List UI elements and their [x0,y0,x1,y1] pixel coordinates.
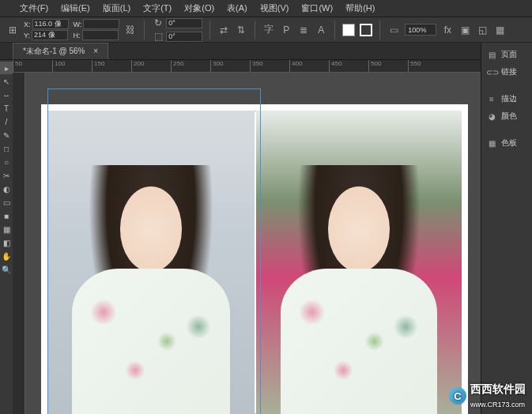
w-label: W: [74,21,82,28]
document-page[interactable] [41,104,468,414]
shear-input[interactable] [166,32,202,42]
corner-icon[interactable]: ◱ [476,24,489,36]
stroke-swatch-icon[interactable] [360,24,372,36]
fill-tool[interactable]: ■ [0,209,13,222]
watermark: C 西西软件园 www.CR173.com [449,382,526,409]
scissors-tool[interactable]: ✂ [0,169,13,182]
color-icon: ◕ [486,112,497,121]
flip-v-icon[interactable]: ⇅ [235,24,247,36]
direct-selection-tool[interactable]: ↖ [0,75,13,88]
gradient-tool[interactable]: ◐ [0,183,13,195]
selection-frame[interactable] [47,88,261,414]
links-icon: ⊂⊃ [486,68,497,77]
panel-swatches[interactable]: ▦色板 [481,134,532,152]
ruler-tick: 500 [368,60,408,72]
hand-tool[interactable]: ✋ [0,250,13,262]
options-bar: ⊞ X: Y: W: H: ⛓ ↻ ⬚ ⇄ ⇅ 字 P ≣ A ▭ 100% f… [0,17,532,43]
fx-icon[interactable]: fx [441,24,454,36]
ruler-tick: 100 [52,60,92,72]
menu-view[interactable]: 视图(V) [256,2,293,14]
y-input[interactable] [32,30,68,40]
selection-tool[interactable]: ▸ [0,62,13,74]
watermark-brand: 西西软件园 [470,382,526,397]
document-tab-bar: *未命名-1 @ 56% × [0,43,532,60]
char-panel-icon[interactable]: 字 [262,24,275,36]
fill-swatch-icon[interactable] [342,24,355,36]
w-input[interactable] [83,19,119,29]
a-icon[interactable]: A [315,24,327,36]
menu-object[interactable]: 对象(O) [180,2,218,14]
pages-icon: ▤ [486,51,497,59]
watermark-logo-icon: C [449,387,466,405]
ruler-tick: 450 [329,60,368,72]
ruler-tick: 300 [210,60,250,72]
rotate-icon: ↻ [152,17,164,29]
text-align-icon[interactable]: ≣ [297,24,310,36]
swatch-tool[interactable]: ◧ [0,236,13,249]
fit-icon[interactable]: ▦ [493,24,506,36]
swatches-icon: ▦ [486,139,497,148]
rotate-input[interactable] [166,18,202,28]
pen-tool[interactable]: ✎ [0,129,13,141]
menu-bar: 文件(F) 编辑(E) 版面(L) 文字(T) 对象(O) 表(A) 视图(V)… [0,0,532,17]
rectangle-frame-tool[interactable]: ▭ [0,196,13,209]
x-input[interactable] [32,19,69,29]
shear-icon: ⬚ [152,30,164,43]
rectangle-tool[interactable]: □ [0,142,13,155]
ruler-tick: 200 [131,60,171,72]
ellipse-tool[interactable]: ○ [0,156,13,168]
ruler-tick: 550 [408,60,447,72]
vertical-ruler[interactable] [13,73,25,414]
y-label: Y: [24,32,30,40]
menu-table[interactable]: 表(A) [223,2,251,14]
menu-help[interactable]: 帮助(H) [341,2,379,14]
wrap-icon[interactable]: ▣ [458,24,471,36]
panel-color[interactable]: ◕颜色 [481,107,532,125]
link-wh-icon[interactable]: ⛓ [124,24,137,36]
menu-file[interactable]: 文件(F) [16,2,52,14]
panel-stroke[interactable]: ≡描边 [481,90,532,107]
panel-pages[interactable]: ▤页面 [481,46,532,63]
flip-h-icon[interactable]: ⇄ [217,24,230,36]
stroke-icon: ≡ [486,95,497,104]
h-input[interactable] [82,30,119,40]
zoom-tool[interactable]: 🔍 [0,263,13,276]
x-label: X: [24,21,31,28]
placed-image-right[interactable] [256,111,462,414]
ruler-tick: 50 [13,60,52,72]
ruler-tick: 400 [289,60,329,72]
tab-title: *未命名-1 @ 56% [23,47,85,55]
line-tool[interactable]: / [0,115,13,128]
menu-layout[interactable]: 版面(L) [99,2,134,14]
zoom-field[interactable]: 100% [405,24,436,36]
grid-tool[interactable]: ▦ [0,223,13,235]
menu-window[interactable]: 窗口(W) [297,2,337,14]
panel-dock: ▤页面 ⊂⊃链接 ≡描边 ◕颜色 ▦色板 [481,43,532,414]
panel-links[interactable]: ⊂⊃链接 [481,63,532,81]
menu-edit[interactable]: 编辑(E) [57,2,94,14]
menu-type[interactable]: 文字(T) [139,2,175,14]
watermark-url: www.CR173.com [470,401,525,408]
horizontal-ruler[interactable]: 50 100 150 200 250 300 350 400 450 500 5… [13,60,481,73]
toolbox: ▸ ↖ ↔ T / ✎ □ ○ ✂ ◐ ▭ ■ ▦ ◧ ✋ 🔍 [0,60,13,414]
ruler-tick: 350 [250,60,289,72]
reference-point-icon[interactable]: ⊞ [6,24,19,36]
tab-close-icon[interactable]: × [93,47,98,55]
ruler-tick: 150 [92,60,131,72]
document-tab[interactable]: *未命名-1 @ 56% × [13,43,108,59]
type-tool[interactable]: T [0,102,13,115]
ruler-tick: 250 [171,60,210,72]
page-tool[interactable]: ↔ [0,88,13,101]
stroke-weight-icon[interactable]: ▭ [387,24,400,36]
h-label: H: [74,32,81,40]
para-panel-icon[interactable]: P [280,24,292,36]
canvas-area[interactable] [25,73,481,414]
